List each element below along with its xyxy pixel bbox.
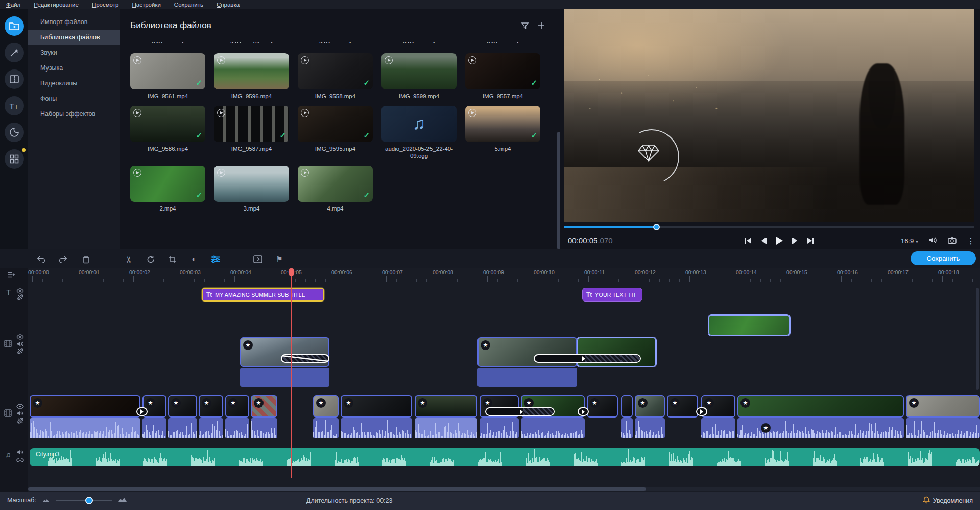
transition-pill[interactable]	[485, 407, 555, 416]
library-item[interactable]: IMG_9596.mp4	[214, 53, 289, 100]
sidebar-item-2[interactable]: Библиотека файлов	[28, 30, 120, 45]
audio-clip[interactable]: City.mp3	[30, 448, 980, 466]
title-track-unlink-icon[interactable]	[17, 294, 24, 303]
rail-titles-button[interactable]: TT	[5, 96, 24, 115]
video-clip[interactable]: ★	[251, 395, 277, 418]
clip-audio-waveform[interactable]	[906, 418, 980, 438]
video-clip[interactable]	[621, 395, 633, 418]
library-item[interactable]: ✓5.mp4	[465, 106, 540, 159]
overlay-button[interactable]	[252, 253, 264, 265]
next-frame-button[interactable]	[792, 237, 798, 246]
library-item[interactable]: ✓IMG_9587.mp4	[214, 106, 289, 159]
menu-справка[interactable]: Справка	[217, 2, 240, 8]
library-item[interactable]: ✓4.mp4	[298, 166, 373, 212]
prev-frame-button[interactable]	[760, 237, 767, 246]
properties-button[interactable]	[209, 253, 222, 265]
library-item[interactable]: ✓IMG_9557.mp4	[465, 53, 540, 100]
clip-audio-waveform[interactable]	[621, 418, 633, 438]
rail-transitions-button[interactable]	[5, 69, 24, 89]
playhead[interactable]	[291, 273, 292, 478]
timeline-hscrollbar[interactable]	[28, 487, 980, 491]
clip-audio-waveform[interactable]	[701, 418, 735, 438]
notifications[interactable]: Уведомления	[923, 496, 973, 505]
clip-audio-waveform[interactable]	[251, 418, 277, 438]
clip-audio-waveform[interactable]: ★	[737, 418, 904, 438]
file-thumbnail[interactable]: ✓	[214, 106, 289, 142]
clip-audio-waveform[interactable]	[30, 418, 140, 438]
clip-audio-waveform[interactable]	[313, 418, 339, 438]
video-track-unlink-icon[interactable]	[17, 417, 24, 426]
seek-knob[interactable]	[653, 224, 660, 230]
linked-audio-block[interactable]	[477, 368, 577, 387]
file-thumbnail[interactable]	[214, 53, 289, 89]
video-clip[interactable]: ★	[415, 395, 477, 418]
clip-audio-waveform[interactable]	[341, 418, 412, 438]
clip-audio-waveform[interactable]	[415, 418, 477, 438]
file-thumbnail[interactable]	[214, 166, 289, 202]
speed-wedge[interactable]	[281, 354, 329, 363]
rail-stickers-button[interactable]	[5, 123, 24, 142]
file-thumbnail[interactable]: ✓	[130, 106, 205, 142]
audio-track-link-icon[interactable]	[16, 456, 24, 465]
video-clip[interactable]: ★	[587, 395, 618, 418]
timeline-ruler[interactable]: 00:00:0000:00:0100:00:0200:00:0300:00:04…	[28, 268, 980, 282]
sidebar-item-7[interactable]: Наборы эффектов	[28, 106, 120, 122]
timeline-vscrollbar[interactable]	[976, 288, 979, 390]
undo-button[interactable]	[36, 253, 48, 265]
aspect-ratio-select[interactable]: 16:9 ▾	[901, 237, 918, 245]
video-clip[interactable]: ★	[225, 395, 249, 418]
video-clip[interactable]: ★	[635, 395, 665, 418]
transition-badge[interactable]	[136, 407, 148, 416]
clip-audio-waveform[interactable]	[480, 418, 519, 438]
crop-button[interactable]	[166, 253, 178, 265]
file-thumbnail[interactable]: ✓	[298, 166, 373, 202]
trash-button[interactable]	[80, 253, 92, 265]
clip-audio-waveform[interactable]	[142, 418, 166, 438]
rail-import-files-button[interactable]	[5, 16, 24, 36]
title-clip[interactable]: TtMY AMAZING SUMMER SUB TITLE	[202, 288, 324, 302]
video-clip[interactable]: ★	[168, 395, 197, 418]
file-thumbnail[interactable]: ✓	[130, 166, 205, 202]
seek-bar[interactable]	[564, 226, 974, 228]
video-clip[interactable]: ★	[667, 395, 698, 418]
library-item[interactable]: ✓2.mp4	[130, 166, 205, 212]
save-button[interactable]: Сохранить	[911, 251, 976, 265]
title-clip[interactable]: TtYOUR TEXT TIT	[582, 288, 642, 302]
menu-файл[interactable]: Файл	[6, 2, 20, 8]
clip-audio-waveform[interactable]	[521, 418, 585, 438]
snapshot-camera-icon[interactable]	[948, 237, 957, 246]
sidebar-item-6[interactable]: Фоны	[28, 91, 120, 106]
redo-button[interactable]	[57, 253, 69, 265]
menu-сохранить[interactable]: Сохранить	[174, 2, 203, 8]
file-thumbnail[interactable]: ✓	[465, 106, 540, 142]
library-scrollbar[interactable]	[557, 132, 560, 249]
transition-badge[interactable]	[696, 407, 707, 416]
file-thumbnail[interactable]: ✓	[465, 53, 540, 89]
transition-pill[interactable]	[534, 354, 641, 363]
video-clip[interactable]: ★	[341, 395, 412, 418]
sidebar-item-3[interactable]: Звуки	[28, 45, 120, 60]
overlay-track-unlink-icon[interactable]	[17, 347, 24, 357]
file-thumbnail[interactable]: ✓	[298, 53, 373, 89]
zoom-slider[interactable]	[56, 500, 112, 501]
more-options-icon[interactable]: ⋮	[967, 236, 975, 246]
video-clip[interactable]: ★	[313, 395, 339, 418]
library-item[interactable]: ♫audio_2020-05-25_22-40-09.ogg	[381, 106, 457, 159]
add-track-icon[interactable]	[7, 271, 15, 281]
file-thumbnail[interactable]: ✓	[298, 106, 373, 142]
file-thumbnail[interactable]: ✓	[130, 53, 205, 89]
rail-more-tools-button[interactable]	[5, 149, 24, 169]
play-button[interactable]	[775, 236, 783, 247]
clip-audio-waveform[interactable]	[225, 418, 249, 438]
color-adjust-button[interactable]: ◐	[188, 253, 200, 265]
sidebar-item-4[interactable]: Музыка	[28, 60, 120, 76]
zoom-in-icon[interactable]	[118, 497, 127, 504]
library-item[interactable]: ✓IMG_9595.mp4	[298, 106, 373, 159]
go-end-button[interactable]	[806, 237, 814, 246]
transition-badge[interactable]	[578, 407, 589, 416]
go-start-button[interactable]	[745, 237, 752, 246]
library-item[interactable]: ✓IMG_9586.mp4	[130, 106, 205, 159]
rotate-button[interactable]	[145, 253, 157, 265]
rail-filters-button[interactable]	[5, 43, 24, 62]
video-clip[interactable]: ★	[906, 395, 980, 418]
